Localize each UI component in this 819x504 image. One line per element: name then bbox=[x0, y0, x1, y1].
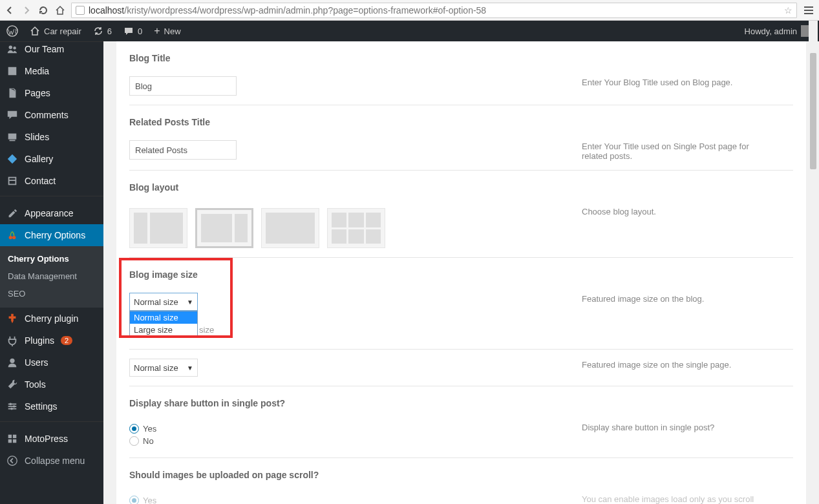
sidebar-item-label: Contact bbox=[25, 176, 56, 186]
layout-thumbs bbox=[129, 208, 582, 248]
comments-link[interactable]: 0 bbox=[123, 26, 142, 36]
back-button[interactable] bbox=[4, 5, 16, 16]
sidebar-item-label: Media bbox=[25, 66, 49, 76]
svg-rect-20 bbox=[13, 439, 16, 443]
page-scrollbar[interactable] bbox=[809, 21, 818, 504]
sidebar-item-our-team[interactable]: Our Team bbox=[0, 41, 103, 60]
appearance-icon bbox=[6, 207, 18, 219]
related-posts-input[interactable] bbox=[129, 140, 237, 160]
select-value: Normal size bbox=[134, 297, 178, 307]
layout-option-1[interactable] bbox=[129, 208, 187, 248]
comments-icon bbox=[6, 109, 18, 121]
submenu-seo[interactable]: SEO bbox=[0, 285, 103, 302]
new-link[interactable]: +New bbox=[154, 25, 180, 37]
sidebar-item-gallery[interactable]: Gallery bbox=[0, 148, 103, 170]
svg-rect-18 bbox=[13, 435, 16, 438]
share-yes-radio[interactable]: Yes bbox=[129, 424, 582, 434]
svg-rect-7 bbox=[10, 181, 16, 184]
svg-point-1 bbox=[9, 46, 12, 49]
home-button[interactable] bbox=[54, 5, 66, 16]
radio-label: Yes bbox=[143, 424, 156, 434]
submenu-cherry-options[interactable]: Cherry Options bbox=[0, 250, 103, 268]
site-link[interactable]: Car repair bbox=[30, 26, 81, 36]
users-icon bbox=[6, 357, 18, 368]
layout-option-2[interactable] bbox=[195, 208, 253, 248]
blog-image-size-label: Blog image size bbox=[116, 258, 806, 284]
radio-label: No bbox=[143, 436, 154, 446]
sidebar-item-contact[interactable]: Contact bbox=[0, 170, 103, 192]
share-button-hint: Display share button in single post? bbox=[582, 421, 793, 448]
sidebar-item-pages[interactable]: Pages bbox=[0, 82, 103, 104]
dropdown-option-normal[interactable]: Normal size bbox=[130, 311, 197, 324]
blog-title-input[interactable] bbox=[129, 76, 237, 96]
submenu-data-management[interactable]: Data Management bbox=[0, 268, 103, 285]
sidebar-item-cherry-options[interactable]: Cherry Options bbox=[0, 224, 103, 246]
sidebar-item-tools[interactable]: Tools bbox=[0, 373, 103, 395]
bookmark-star-icon[interactable]: ☆ bbox=[784, 5, 792, 16]
contact-icon bbox=[6, 175, 18, 187]
radio-icon bbox=[129, 496, 139, 504]
sidebar-item-label: Plugins bbox=[25, 335, 54, 346]
browser-toolbar: localhost/kristy/wordpress4/wordpress/wp… bbox=[0, 0, 819, 21]
sidebar-item-label: Cherry plugin bbox=[25, 313, 78, 324]
svg-point-10 bbox=[10, 359, 14, 363]
blog-title-label: Blog Title bbox=[116, 41, 806, 67]
url-text: localhost/kristy/wordpress4/wordpress/wp… bbox=[89, 5, 486, 16]
sidebar-item-settings[interactable]: Settings bbox=[0, 395, 103, 417]
sidebar-item-label: Cherry Options bbox=[25, 230, 85, 240]
greeting: Howdy, admin bbox=[745, 26, 797, 36]
sidebar-item-appearance[interactable]: Appearance bbox=[0, 202, 103, 224]
sidebar-item-cherry-plugin[interactable]: Cherry plugin bbox=[0, 308, 103, 330]
url-bar[interactable]: localhost/kristy/wordpress4/wordpress/wp… bbox=[71, 3, 797, 18]
related-posts-label: Related Posts Title bbox=[116, 105, 806, 131]
partial-text-size: size bbox=[199, 325, 652, 335]
layout-option-4[interactable] bbox=[327, 208, 385, 248]
settings-icon bbox=[6, 401, 18, 412]
scroll-yes-radio[interactable]: Yes bbox=[129, 496, 582, 504]
sidebar-collapse[interactable]: Collapse menu bbox=[0, 450, 103, 472]
blog-title-hint: Enter Your Blog Title used on Blog page. bbox=[582, 76, 793, 96]
layout-option-3[interactable] bbox=[261, 208, 319, 248]
collapse-icon bbox=[6, 455, 18, 467]
sidebar-item-label: Pages bbox=[25, 88, 50, 98]
share-button-label: Display share button in single post? bbox=[116, 386, 806, 412]
sidebar-item-comments[interactable]: Comments bbox=[0, 104, 103, 126]
browser-menu-button[interactable] bbox=[802, 6, 815, 14]
blog-image-size-dropdown[interactable]: Normal size Large size bbox=[129, 311, 198, 337]
svg-rect-17 bbox=[8, 435, 12, 438]
dropdown-option-large[interactable]: Large size bbox=[130, 324, 197, 336]
sidebar-item-plugins[interactable]: Plugins2 bbox=[0, 330, 103, 352]
account-link[interactable]: Howdy, admin bbox=[745, 25, 813, 37]
reload-button[interactable] bbox=[37, 5, 49, 16]
sidebar-item-label: Collapse menu bbox=[25, 456, 85, 466]
sidebar-item-motopress[interactable]: MotoPress bbox=[0, 428, 103, 450]
gallery-icon bbox=[6, 153, 18, 165]
share-no-radio[interactable]: No bbox=[129, 436, 582, 446]
sidebar-item-label: Appearance bbox=[25, 208, 74, 218]
site-name: Car repair bbox=[44, 26, 81, 36]
people-icon bbox=[6, 43, 18, 55]
sidebar-item-label: Slides bbox=[25, 132, 49, 142]
svg-point-8 bbox=[9, 236, 12, 239]
radio-icon bbox=[129, 436, 139, 446]
sidebar-item-users[interactable]: Users bbox=[0, 352, 103, 373]
sidebar-item-label: Our Team bbox=[25, 44, 64, 54]
sidebar-submenu: Cherry Options Data Management SEO bbox=[0, 246, 103, 308]
plugins-badge: 2 bbox=[61, 336, 72, 345]
blog-image-size-select[interactable]: Normal size ▼ bbox=[129, 293, 198, 311]
svg-point-9 bbox=[12, 236, 16, 239]
admin-sidebar: Our Team Media Pages Comments Slides Gal… bbox=[0, 41, 103, 504]
slides-icon bbox=[6, 131, 18, 143]
sidebar-item-slides[interactable]: Slides bbox=[0, 126, 103, 148]
forward-button[interactable] bbox=[21, 5, 32, 16]
sidebar-item-label: MotoPress bbox=[25, 434, 68, 444]
sidebar-item-media[interactable]: Media bbox=[0, 60, 103, 82]
svg-rect-19 bbox=[8, 439, 12, 443]
tools-icon bbox=[6, 379, 18, 390]
single-image-size-select[interactable]: Normal size ▼ bbox=[129, 359, 198, 377]
updates-link[interactable]: 6 bbox=[93, 26, 112, 36]
wp-logo[interactable] bbox=[6, 25, 18, 37]
scroll-thumb[interactable] bbox=[810, 53, 816, 169]
single-image-size-hint: Featured image size on the single page. bbox=[582, 359, 793, 377]
radio-icon bbox=[129, 424, 139, 434]
